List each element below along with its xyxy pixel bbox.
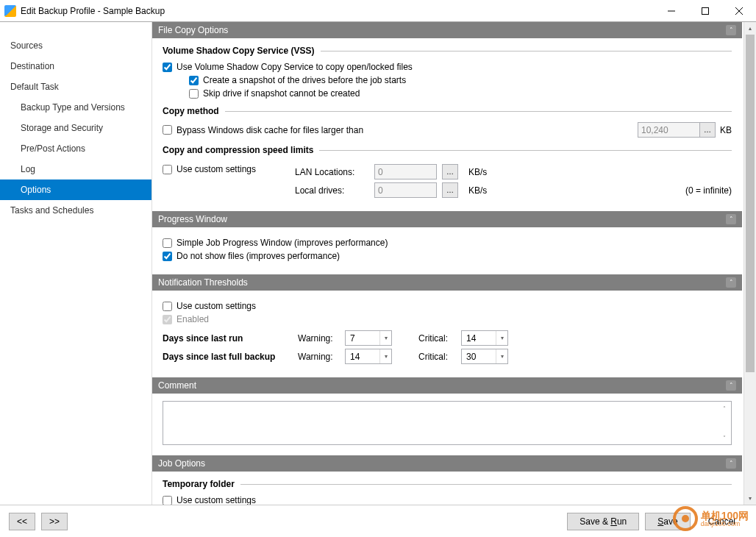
sidebar-item-backup-type[interactable]: Backup Type and Versions xyxy=(0,97,151,118)
chevron-down-icon: ▾ xyxy=(379,331,391,345)
section-title: File Copy Options xyxy=(158,25,228,35)
sidebar-item-sources[interactable]: Sources xyxy=(0,35,151,56)
label-speed-custom: Use custom settings xyxy=(176,164,256,174)
label-job-custom: Use custom settings xyxy=(176,495,256,505)
sidebar-item-storage-security[interactable]: Storage and Security xyxy=(0,118,151,138)
section-header-job-options[interactable]: Job Options ˄ xyxy=(152,455,742,472)
checkbox-use-vss[interactable] xyxy=(163,63,172,72)
sidebar: Sources Destination Default Task Backup … xyxy=(0,22,151,505)
checkbox-notif-custom[interactable] xyxy=(163,302,172,311)
vertical-scrollbar[interactable]: ▴ ▾ xyxy=(743,22,756,505)
footer: << >> Save & Run Save Cancel xyxy=(0,505,756,537)
sidebar-item-destination[interactable]: Destination xyxy=(0,56,151,77)
input-local[interactable]: 0 xyxy=(374,182,437,198)
section-header-file-copy[interactable]: File Copy Options ˄ xyxy=(152,22,742,38)
label-days-full: Days since last full backup xyxy=(163,352,292,362)
maximize-button[interactable] xyxy=(688,0,722,22)
chevron-down-icon: ▾ xyxy=(496,349,507,363)
scroll-thumb[interactable] xyxy=(746,35,755,372)
chevron-up-icon: ˄ xyxy=(726,214,736,224)
sidebar-item-log[interactable]: Log xyxy=(0,159,151,179)
section-title: Progress Window xyxy=(158,214,227,224)
label-lan: LAN Locations: xyxy=(295,167,368,177)
checkbox-enabled xyxy=(163,315,172,324)
app-icon xyxy=(4,5,16,17)
dropdown-run-warning[interactable]: 7▾ xyxy=(345,330,392,346)
label-days-run: Days since last run xyxy=(163,333,292,344)
unit-kb: KB xyxy=(720,125,732,135)
close-button[interactable] xyxy=(722,0,756,22)
scroll-down-icon[interactable]: ˅ xyxy=(719,433,730,443)
checkbox-no-show-files[interactable] xyxy=(163,252,172,261)
sidebar-item-tasks-schedules[interactable]: Tasks and Schedules xyxy=(0,200,151,221)
checkbox-job-custom[interactable] xyxy=(163,496,172,505)
chevron-down-icon: ▾ xyxy=(379,349,391,363)
group-vss: Volume Shadow Copy Service (VSS) xyxy=(163,46,315,56)
label-simple-progress: Simple Job Progress Window (improves per… xyxy=(176,238,388,248)
checkbox-bypass-cache[interactable] xyxy=(163,125,172,135)
label-critical: Critical: xyxy=(418,333,455,344)
input-lan[interactable]: 0 xyxy=(374,164,437,179)
scroll-up-icon[interactable]: ˄ xyxy=(719,403,730,413)
chevron-down-icon: ▾ xyxy=(496,331,507,345)
label-use-vss: Use Volume Shadow Copy Service to copy o… xyxy=(176,62,413,72)
section-header-comment[interactable]: Comment ˄ xyxy=(152,377,742,394)
sidebar-item-default-task[interactable]: Default Task xyxy=(0,77,151,97)
input-bypass-value[interactable]: 10,240 xyxy=(638,122,700,138)
label-create-snapshot: Create a snapshot of the drives before t… xyxy=(203,75,406,85)
section-title: Job Options xyxy=(158,458,205,469)
label-notif-custom: Use custom settings xyxy=(176,301,256,311)
sidebar-item-pre-post[interactable]: Pre/Post Actions xyxy=(0,138,151,159)
label-bypass-cache: Bypass Windows disk cache for files larg… xyxy=(176,125,363,135)
unit-kbs: KB/s xyxy=(468,167,487,177)
label-warning: Warning: xyxy=(298,352,339,362)
cancel-button[interactable]: Cancel xyxy=(696,513,747,530)
scroll-down-icon[interactable]: ▾ xyxy=(744,492,756,505)
scroll-up-icon[interactable]: ▴ xyxy=(744,22,756,35)
section-title: Notification Thresholds xyxy=(158,277,248,288)
group-temp-folder: Temporary folder xyxy=(163,479,235,489)
checkbox-simple-progress[interactable] xyxy=(163,238,172,248)
window-title: Edit Backup Profile - Sample Backup xyxy=(21,6,655,16)
chevron-up-icon: ˄ xyxy=(726,25,736,35)
unit-kbs: KB/s xyxy=(468,185,487,196)
section-header-notification[interactable]: Notification Thresholds ˄ xyxy=(152,274,742,291)
dropdown-full-critical[interactable]: 30▾ xyxy=(461,349,508,364)
checkbox-create-snapshot[interactable] xyxy=(189,76,199,85)
svg-rect-1 xyxy=(702,7,709,14)
save-button[interactable]: Save xyxy=(645,513,690,530)
chevron-up-icon: ˄ xyxy=(726,380,736,391)
dropdown-full-warning[interactable]: 14▾ xyxy=(345,349,392,364)
prev-button[interactable]: << xyxy=(9,513,35,530)
section-header-progress[interactable]: Progress Window ˄ xyxy=(152,211,742,227)
label-warning: Warning: xyxy=(298,333,339,344)
chevron-up-icon: ˄ xyxy=(726,458,736,469)
hint-infinite: (0 = infinite) xyxy=(685,185,732,196)
checkbox-speed-custom[interactable] xyxy=(163,165,172,174)
ellipsis-button[interactable]: … xyxy=(699,122,716,138)
ellipsis-button[interactable]: … xyxy=(442,182,458,198)
group-copy-method: Copy method xyxy=(163,106,219,116)
label-critical: Critical: xyxy=(418,352,455,362)
textarea-comment[interactable]: ˄ ˅ xyxy=(163,401,732,445)
label-enabled: Enabled xyxy=(176,314,209,324)
save-and-run-button[interactable]: Save & Run xyxy=(567,513,639,530)
chevron-up-icon: ˄ xyxy=(726,277,736,288)
section-title: Comment xyxy=(158,380,196,391)
ellipsis-button[interactable]: … xyxy=(442,164,458,179)
sidebar-item-options[interactable]: Options xyxy=(0,179,151,200)
content-pane: File Copy Options ˄ Volume Shadow Copy S… xyxy=(152,22,743,505)
label-skip-drive: Skip drive if snapshot cannot be created xyxy=(203,88,360,99)
checkbox-skip-drive[interactable] xyxy=(189,89,199,99)
group-speed-limits: Copy and compression speed limits xyxy=(163,145,313,155)
next-button[interactable]: >> xyxy=(41,513,68,530)
label-no-show-files: Do not show files (improves performance) xyxy=(176,251,340,261)
minimize-button[interactable] xyxy=(655,0,688,22)
title-bar: Edit Backup Profile - Sample Backup xyxy=(0,0,756,22)
dropdown-run-critical[interactable]: 14▾ xyxy=(461,330,508,346)
label-local: Local drives: xyxy=(295,185,368,196)
